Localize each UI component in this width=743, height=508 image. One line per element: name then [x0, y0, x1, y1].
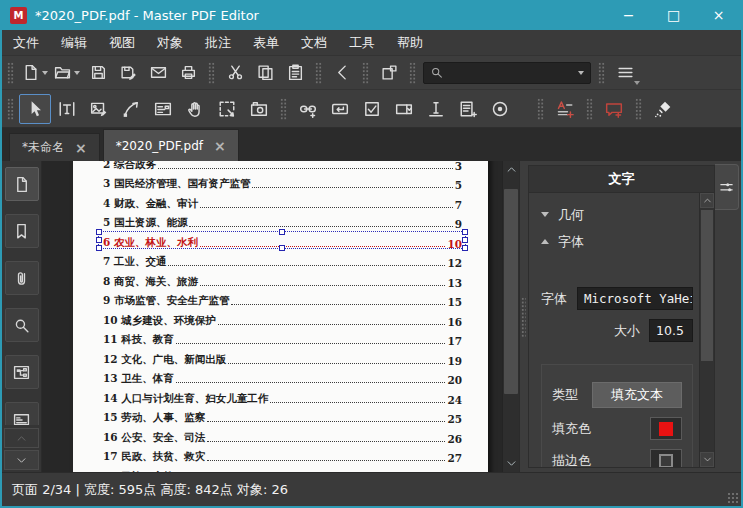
open-file-button[interactable]: [51, 59, 83, 87]
add-link-tool-button[interactable]: [292, 94, 324, 124]
dropdown-caret-icon[interactable]: [74, 71, 80, 75]
search-panel-button[interactable]: [5, 308, 39, 342]
edit-text-tool-button[interactable]: [51, 94, 83, 124]
combobox-tool-button[interactable]: [388, 94, 420, 124]
edit-image-tool-button[interactable]: [83, 94, 115, 124]
dropdown-caret-icon[interactable]: [634, 81, 640, 85]
menu-annotate[interactable]: 批注: [194, 30, 242, 55]
selection-handle-tl[interactable]: [96, 229, 102, 235]
menu-help[interactable]: 帮助: [386, 30, 434, 55]
toc-row-8[interactable]: 8 商贸、海关、旅游13: [103, 269, 462, 289]
save-button[interactable]: [83, 59, 113, 87]
resize-grip[interactable]: [727, 492, 739, 504]
form-fields-panel-button[interactable]: [5, 355, 39, 389]
doc-scroll-up-button[interactable]: [503, 161, 519, 178]
selection-handle-mr[interactable]: [462, 237, 468, 243]
panel-scrollbar[interactable]: [699, 193, 714, 467]
menu-tools[interactable]: 工具: [338, 30, 386, 55]
selection-handle-br[interactable]: [462, 245, 468, 251]
back-button[interactable]: [327, 59, 357, 87]
dropdown-caret-icon[interactable]: [578, 71, 584, 75]
search-box[interactable]: [423, 62, 591, 84]
fit-window-button[interactable]: [374, 59, 404, 87]
selection-handle-bl[interactable]: [96, 245, 102, 251]
sidebar-scroll-up-button[interactable]: [4, 428, 39, 448]
panel-scroll-track[interactable]: [700, 208, 714, 452]
section-font[interactable]: 字体: [541, 228, 693, 255]
add-annotation-tool-button[interactable]: [598, 94, 630, 124]
toc-row-12[interactable]: 12 文化、广电、新闻出版19: [103, 347, 462, 367]
menu-file[interactable]: 文件: [2, 30, 50, 55]
doc-scroll-thumb[interactable]: [504, 189, 518, 394]
cut-button[interactable]: [220, 59, 250, 87]
panel-scroll-thumb[interactable]: [701, 210, 713, 361]
new-document-button[interactable]: [19, 59, 51, 87]
push-button-tool-button[interactable]: [324, 94, 356, 124]
toc-row-17[interactable]: 17 民政、扶贫、救灾27: [103, 445, 462, 465]
toc-row-10[interactable]: 10 城乡建设、环境保护16: [103, 308, 462, 328]
font-size-field[interactable]: 10.5: [649, 319, 693, 342]
eraser-tool-button[interactable]: [647, 94, 679, 124]
sidebar-scroll-down-button[interactable]: [4, 450, 39, 470]
panel-scroll-up-button[interactable]: [700, 193, 714, 208]
menu-document[interactable]: 文档: [290, 30, 338, 55]
attachments-panel-button[interactable]: [5, 261, 39, 295]
minimize-button[interactable]: −: [606, 0, 651, 30]
select-tool-button[interactable]: [19, 94, 51, 124]
close-button[interactable]: ×: [696, 0, 741, 30]
menu-object[interactable]: 对象: [146, 30, 194, 55]
document-tab-2020-pdf[interactable]: *2020_PDF.pdf×: [103, 129, 239, 161]
send-email-button[interactable]: [143, 59, 173, 87]
copy-button[interactable]: [250, 59, 280, 87]
close-tab-icon[interactable]: ×: [75, 141, 87, 155]
fill-type-select[interactable]: 填充文本: [592, 382, 682, 408]
text-field-tool-button[interactable]: [420, 94, 452, 124]
pages-panel-button[interactable]: [5, 167, 39, 201]
selection-handle-ml[interactable]: [96, 237, 102, 243]
radio-button-tool-button[interactable]: [484, 94, 516, 124]
toc-row-13[interactable]: 13 卫生、体育20: [103, 367, 462, 387]
edit-forms-tool-button[interactable]: [147, 94, 179, 124]
listbox-tool-button[interactable]: [452, 94, 484, 124]
select-area-tool-button[interactable]: [211, 94, 243, 124]
panel-splitter-handle[interactable]: [521, 297, 526, 337]
text-style-tool-button[interactable]: [549, 94, 581, 124]
screenshot-tool-button[interactable]: [243, 94, 275, 124]
toc-row-3[interactable]: 3 国民经济管理、国有资产监管5: [103, 172, 462, 192]
menu-forms[interactable]: 表单: [242, 30, 290, 55]
selection-handle-tc[interactable]: [279, 229, 285, 235]
selection-handle-tr[interactable]: [462, 229, 468, 235]
pdf-page[interactable]: 2 综合政务33 国民经济管理、国有资产监管54 财政、金融、审计75 国土资源…: [73, 161, 488, 472]
maximize-button[interactable]: □: [651, 0, 696, 30]
fill-color-swatch-button[interactable]: [650, 417, 682, 440]
toc-row-4[interactable]: 4 财政、金融、审计7: [103, 191, 462, 211]
print-button[interactable]: [173, 59, 203, 87]
edit-path-tool-button[interactable]: [115, 94, 147, 124]
toc-row-15[interactable]: 15 劳动、人事、监察25: [103, 406, 462, 426]
toc-row-11[interactable]: 11 科技、教育17: [103, 328, 462, 348]
document-tab-untitled[interactable]: *未命名×: [9, 133, 100, 161]
close-tab-icon[interactable]: ×: [214, 139, 226, 153]
dropdown-caret-icon[interactable]: [42, 71, 48, 75]
menu-edit[interactable]: 编辑: [50, 30, 98, 55]
toc-row-9[interactable]: 9 市场监管、安全生产监管15: [103, 289, 462, 309]
bookmarks-panel-button[interactable]: [5, 214, 39, 248]
toc-row-6[interactable]: 6 农业、林业、水利10: [103, 230, 462, 250]
main-menu-button[interactable]: [610, 59, 640, 87]
doc-scroll-down-button[interactable]: [503, 455, 519, 472]
hand-tool-button[interactable]: [179, 94, 211, 124]
toc-row-16[interactable]: 16 公安、安全、司法26: [103, 425, 462, 445]
paste-button[interactable]: [280, 59, 310, 87]
toc-row-7[interactable]: 7 工业、交通12: [103, 250, 462, 270]
toc-row-5[interactable]: 5 国土资源、能源9: [103, 211, 462, 231]
section-geometry[interactable]: 几何: [541, 201, 693, 228]
checkbox-tool-button[interactable]: [356, 94, 388, 124]
font-family-field[interactable]: Microsoft YaHei: [577, 287, 693, 310]
document-scrollbar[interactable]: [502, 161, 519, 472]
menu-view[interactable]: 视图: [98, 30, 146, 55]
doc-scroll-track[interactable]: [503, 178, 519, 455]
search-input[interactable]: [443, 66, 575, 80]
stroke-color-swatch-button[interactable]: [650, 449, 682, 467]
panel-scroll-down-button[interactable]: [700, 452, 714, 467]
toc-row-18[interactable]: 18 民族、宗教28: [103, 464, 462, 472]
